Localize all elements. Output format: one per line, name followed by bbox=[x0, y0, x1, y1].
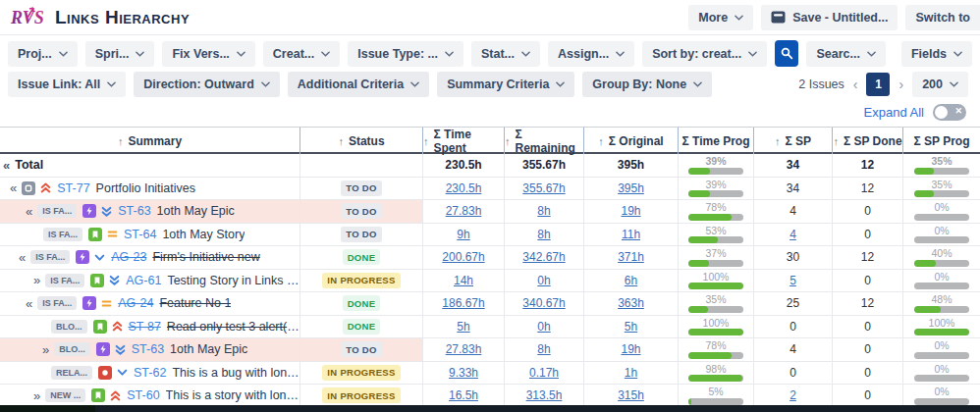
switch-to-button[interactable]: Switch to bbox=[905, 5, 980, 30]
column-header-status[interactable]: ↑Status bbox=[299, 128, 422, 155]
filter-button-issue-link-all[interactable]: Issue Link: All bbox=[8, 72, 126, 97]
filter-button-group-by-none[interactable]: Group By: None bbox=[582, 72, 712, 97]
filter-button-direction-outward[interactable]: Direction: Outward bbox=[134, 72, 280, 97]
chevron-down-icon bbox=[556, 81, 565, 87]
time-spent-link[interactable]: 200.67h bbox=[442, 250, 484, 264]
remaining-link[interactable]: 8h bbox=[537, 228, 550, 241]
original-link[interactable]: 19h bbox=[621, 204, 640, 218]
current-page-button[interactable]: 1 bbox=[866, 73, 890, 96]
filter-button-spri[interactable]: Spri... bbox=[85, 41, 155, 67]
original-link[interactable]: 6h bbox=[625, 274, 637, 287]
issue-count: 2 Issues bbox=[798, 77, 844, 91]
column-header-time-prog[interactable]: Σ Time Prog bbox=[678, 128, 753, 155]
remaining-link[interactable]: 8h bbox=[537, 342, 550, 356]
issue-key-link[interactable]: ST-63 bbox=[118, 204, 150, 218]
original-link[interactable]: 371h bbox=[618, 250, 644, 264]
collapse-icon[interactable]: « bbox=[10, 180, 17, 195]
status-badge: DONE bbox=[343, 319, 381, 335]
table-row: «IS FA...AG-24Feature No 1DONE186.67h340… bbox=[0, 292, 980, 316]
filter-button-stat[interactable]: Stat... bbox=[471, 41, 540, 67]
original-link[interactable]: 363h bbox=[618, 296, 644, 310]
filter-button-searc[interactable]: Searc... bbox=[806, 41, 885, 67]
time-spent-link[interactable]: 27.83h bbox=[446, 204, 482, 218]
remaining-link[interactable]: 0h bbox=[537, 274, 550, 287]
original-link[interactable]: 1h bbox=[625, 366, 637, 380]
issue-key-link[interactable]: AG-23 bbox=[111, 250, 146, 264]
remaining-link[interactable]: 340.67h bbox=[522, 296, 565, 310]
status-cell: TO DO bbox=[299, 178, 422, 200]
sp-link[interactable]: 2 bbox=[789, 388, 796, 402]
next-page-button[interactable]: › bbox=[898, 77, 903, 92]
time-spent-link[interactable]: 5h bbox=[457, 320, 469, 334]
filter-button-issue-type[interactable]: Issue Type: ... bbox=[348, 41, 463, 67]
time-spent-link[interactable]: 9h bbox=[457, 228, 469, 241]
time-spent-link[interactable]: 186.67h bbox=[442, 296, 484, 310]
collapse-icon[interactable]: « bbox=[19, 250, 26, 265]
filter-button-creat[interactable]: Creat... bbox=[263, 41, 340, 67]
original-link[interactable]: 5h bbox=[625, 320, 637, 334]
table-row: »NEW ...ST-60This is a story with long t… bbox=[0, 385, 980, 408]
column-header-summary[interactable]: ↑Summary bbox=[0, 128, 299, 155]
expand-icon[interactable]: » bbox=[33, 273, 40, 287]
time-spent-link[interactable]: 27.83h bbox=[446, 342, 482, 356]
status-cell bbox=[299, 154, 422, 177]
time-spent-link[interactable]: 14h bbox=[454, 274, 473, 287]
prev-page-button[interactable]: ‹ bbox=[853, 77, 858, 92]
remaining-link[interactable]: 0h bbox=[537, 320, 550, 334]
remaining-link[interactable]: 313.5h bbox=[526, 388, 563, 402]
collapse-icon[interactable]: « bbox=[26, 204, 32, 219]
issue-summary-text: Portfolio Initiatives bbox=[96, 181, 195, 195]
column-header-original[interactable]: ↑Σ Original bbox=[583, 128, 678, 155]
original-link[interactable]: 395h bbox=[618, 181, 644, 195]
save-icon bbox=[771, 11, 786, 24]
remaining-link[interactable]: 8h bbox=[537, 204, 550, 218]
filter-button-fields[interactable]: Fields bbox=[901, 41, 972, 67]
sp-link[interactable]: 4 bbox=[789, 228, 796, 241]
status-cell: TO DO bbox=[299, 224, 422, 246]
filter-button-assign[interactable]: Assign... bbox=[548, 41, 634, 67]
column-header-remaining[interactable]: ↑Σ Remaining bbox=[504, 128, 583, 155]
time-spent-link[interactable]: 230.5h bbox=[446, 181, 482, 195]
remaining-link[interactable]: 0.17h bbox=[529, 366, 559, 380]
search-button[interactable] bbox=[775, 40, 798, 67]
page-size-select[interactable]: 200 bbox=[912, 72, 968, 97]
original-link[interactable]: 19h bbox=[621, 342, 640, 356]
sp-done-cell: 12 bbox=[832, 178, 902, 200]
issue-key-link[interactable]: ST-63 bbox=[132, 342, 164, 356]
save-button[interactable]: Save - Untitled... bbox=[761, 5, 898, 30]
remaining-link[interactable]: 355.67h bbox=[522, 181, 565, 195]
collapse-icon[interactable]: « bbox=[3, 158, 10, 173]
time-spent-link[interactable]: 16.5h bbox=[449, 388, 478, 402]
column-header-sp[interactable]: ↑Σ SP bbox=[753, 128, 832, 155]
filter-button-fix-vers[interactable]: Fix Vers... bbox=[162, 41, 254, 67]
sp-link[interactable]: 5 bbox=[789, 274, 796, 287]
issue-key-link[interactable]: ST-77 bbox=[57, 181, 89, 195]
original-link[interactable]: 11h bbox=[622, 228, 640, 241]
issue-key-link[interactable]: ST-87 bbox=[129, 320, 161, 334]
filter-button-sort-by-creat[interactable]: Sort by: creat... bbox=[642, 41, 767, 67]
issue-key-link[interactable]: ST-64 bbox=[124, 228, 156, 241]
chevron-down-icon bbox=[410, 81, 419, 87]
column-header-time-spent[interactable]: ↑Σ Time Spent bbox=[422, 128, 504, 155]
issue-key-link[interactable]: ST-62 bbox=[134, 366, 166, 380]
collapse-icon[interactable]: « bbox=[26, 296, 32, 311]
filter-button-additional-criteria[interactable]: Additional Criteria bbox=[288, 72, 429, 97]
issue-key-link[interactable]: AG-61 bbox=[126, 274, 161, 287]
more-button[interactable]: More bbox=[688, 5, 753, 30]
app-logo: RVS Links Hierarchy bbox=[10, 6, 190, 29]
filter-button-proj[interactable]: Proj... bbox=[8, 41, 78, 67]
issue-summary-text: 1oth May Story bbox=[162, 228, 245, 241]
original-link[interactable]: 315h bbox=[618, 388, 644, 402]
expand-icon[interactable]: » bbox=[33, 388, 40, 403]
expand-icon[interactable]: » bbox=[42, 342, 49, 357]
column-header-sp-done[interactable]: ↑Σ SP Done bbox=[832, 128, 902, 155]
filter-button-summary-criteria[interactable]: Summary Criteria bbox=[437, 72, 574, 97]
time-spent-link[interactable]: 9.33h bbox=[449, 366, 478, 380]
expand-all-link[interactable]: Expand All bbox=[864, 105, 924, 120]
remaining-link[interactable]: 342.67h bbox=[522, 250, 565, 264]
column-header-sp-prog[interactable]: Σ SP Prog bbox=[902, 128, 980, 155]
issue-key-link[interactable]: AG-24 bbox=[118, 296, 153, 310]
expand-all-toggle[interactable]: ✕ bbox=[933, 104, 966, 121]
issue-key-link[interactable]: ST-60 bbox=[127, 388, 159, 402]
issues-table: ↑Summary↑Status↑Σ Time Spent↑Σ Remaining… bbox=[0, 127, 980, 412]
